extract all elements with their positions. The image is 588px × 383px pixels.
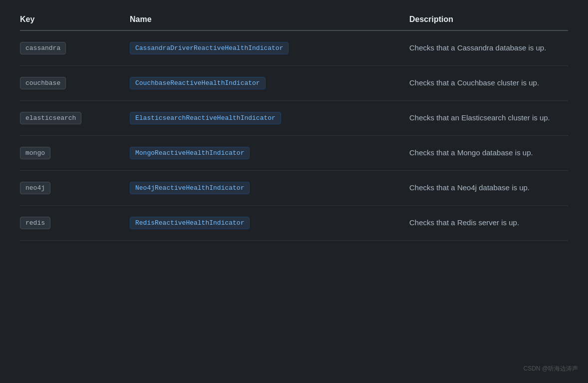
name-badge: CassandraDriverReactiveHealthIndicator	[130, 42, 289, 54]
description-cell: Checks that a Cassandra database is up.	[409, 42, 568, 54]
key-cell: cassandra	[20, 42, 130, 54]
key-badge: elasticsearch	[20, 112, 81, 124]
key-cell: elasticsearch	[20, 112, 130, 124]
key-badge: redis	[20, 217, 50, 229]
name-cell: ElasticsearchReactiveHealthIndicator	[130, 112, 409, 124]
name-cell: RedisReactiveHealthIndicator	[130, 217, 409, 229]
name-badge: RedisReactiveHealthIndicator	[130, 217, 250, 229]
table-row: cassandra CassandraDriverReactiveHealthI…	[20, 31, 568, 66]
name-cell: CassandraDriverReactiveHealthIndicator	[130, 42, 409, 54]
key-cell: mongo	[20, 147, 130, 159]
description-cell: Checks that a Neo4j database is up.	[409, 182, 568, 194]
description-cell: Checks that a Mongo database is up.	[409, 147, 568, 159]
table-row: redis RedisReactiveHealthIndicator Check…	[20, 206, 568, 241]
key-cell: neo4j	[20, 182, 130, 194]
name-badge: Neo4jReactiveHealthIndicator	[130, 182, 250, 194]
key-badge: cassandra	[20, 42, 66, 54]
table-row: couchbase CouchbaseReactiveHealthIndicat…	[20, 66, 568, 101]
table-row: mongo MongoReactiveHealthIndicator Check…	[20, 136, 568, 171]
description-cell: Checks that a Redis server is up.	[409, 217, 568, 229]
name-badge: MongoReactiveHealthIndicator	[130, 147, 250, 159]
description-cell: Checks that an Elasticsearch cluster is …	[409, 112, 568, 124]
key-cell: couchbase	[20, 77, 130, 89]
header-key: Key	[20, 15, 130, 24]
description-cell: Checks that a Couchbase cluster is up.	[409, 77, 568, 89]
name-cell: Neo4jReactiveHealthIndicator	[130, 182, 409, 194]
name-cell: CouchbaseReactiveHealthIndicator	[130, 77, 409, 89]
key-badge: neo4j	[20, 182, 50, 194]
table-body: cassandra CassandraDriverReactiveHealthI…	[20, 31, 568, 241]
table-row: neo4j Neo4jReactiveHealthIndicator Check…	[20, 171, 568, 206]
table-row: elasticsearch ElasticsearchReactiveHealt…	[20, 101, 568, 136]
health-indicators-table: Key Name Description cassandra Cassandra…	[20, 15, 568, 241]
watermark: CSDN @听海边涛声	[523, 365, 578, 373]
header-description: Description	[409, 15, 568, 24]
name-badge: ElasticsearchReactiveHealthIndicator	[130, 112, 281, 124]
key-cell: redis	[20, 217, 130, 229]
name-badge: CouchbaseReactiveHealthIndicator	[130, 77, 266, 89]
table-header: Key Name Description	[20, 15, 568, 31]
name-cell: MongoReactiveHealthIndicator	[130, 147, 409, 159]
key-badge: mongo	[20, 147, 50, 159]
key-badge: couchbase	[20, 77, 66, 89]
header-name: Name	[130, 15, 409, 24]
